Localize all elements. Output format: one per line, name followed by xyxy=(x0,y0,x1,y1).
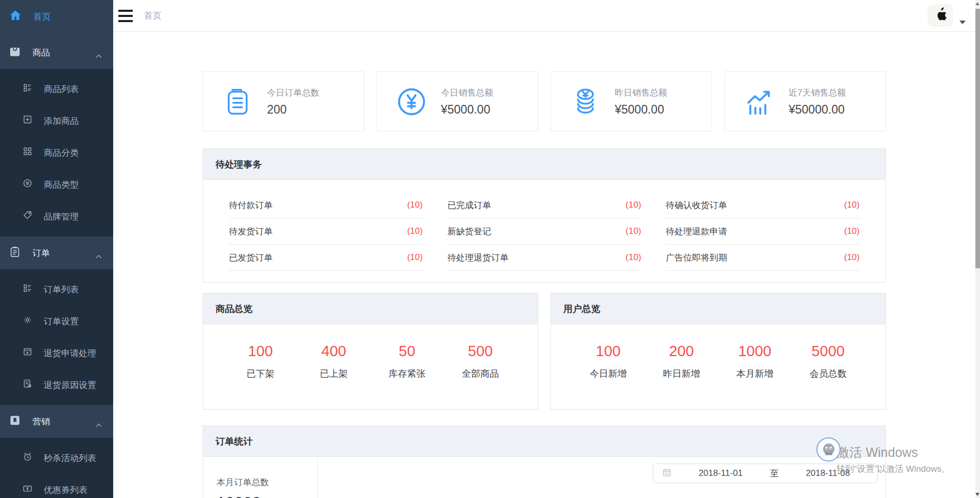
caret-down-icon[interactable] xyxy=(959,21,966,24)
todo-item-count: (10) xyxy=(407,252,422,263)
sidebar-item-brand-management[interactable]: 品牌管理 xyxy=(0,200,113,232)
overview-stat: 200 昨日新增 xyxy=(645,343,719,380)
coupon-icon xyxy=(23,484,32,496)
product-overview-stats: 100 已下架 400 已上架 50 库存紧张 500 全部商品 xyxy=(203,324,538,380)
metric-label: 本月订单总数 xyxy=(217,476,317,488)
overview-row: 商品总览 100 已下架 400 已上架 50 库存紧张 500 全部商品 xyxy=(203,293,886,410)
sidebar-item-label: 退货申请处理 xyxy=(44,347,96,359)
todo-item-unpaid-orders[interactable]: 待付款订单 (10) xyxy=(229,192,423,218)
scrollbar-thumb[interactable] xyxy=(975,9,980,268)
stat-cards-row: 今日订单总数 200 今日销售总额 ¥5000.00 昨日销售总额 ¥5000.… xyxy=(203,71,886,132)
sidebar-item-product-category[interactable]: 商品分类 xyxy=(0,137,113,169)
shopping-bag-icon xyxy=(9,46,21,60)
overview-stat-label: 库存紧张 xyxy=(370,367,444,380)
date-end: 2018-11-08 xyxy=(779,468,878,478)
overview-stat-label: 已下架 xyxy=(224,367,297,380)
sidebar-item-home[interactable]: 首页 xyxy=(0,0,113,33)
overview-stat-value: 5000 xyxy=(792,343,865,360)
sidebar-item-product-type[interactable]: 商品类型 xyxy=(0,169,113,200)
hamburger-menu-icon[interactable] xyxy=(118,10,133,22)
vertical-scrollbar[interactable] xyxy=(975,0,980,498)
yen-circle-icon xyxy=(396,86,427,118)
todo-item-count: (10) xyxy=(626,226,641,236)
main-content: 今日订单总数 200 今日销售总额 ¥5000.00 昨日销售总额 ¥5000.… xyxy=(203,32,886,498)
overview-stat-value: 100 xyxy=(224,343,297,360)
overview-stat-label: 会员总数 xyxy=(792,367,865,380)
todo-item-label: 已完成订单 xyxy=(448,199,491,211)
stat-card-value: 200 xyxy=(267,103,319,117)
sidebar-section-orders[interactable]: 订单 xyxy=(0,236,113,269)
stat-card-label: 近7天销售总额 xyxy=(789,87,846,99)
circle-list-icon xyxy=(23,178,32,191)
clipboard-icon xyxy=(9,246,21,260)
todo-item-label: 待发货订单 xyxy=(229,226,273,237)
tag-icon xyxy=(23,210,32,223)
todo-item-count: (10) xyxy=(844,252,860,263)
todo-item-to-ship-orders[interactable]: 待发货订单 (10) xyxy=(229,218,423,245)
sidebar-item-label: 品牌管理 xyxy=(44,211,79,223)
todo-item-completed-orders[interactable]: 已完成订单 (10) xyxy=(448,192,642,218)
order-stats-title: 订单统计 xyxy=(203,426,885,457)
todo-item-label: 新缺货登记 xyxy=(448,226,491,237)
todo-item-pending-refund-requests[interactable]: 待处理退款申请 (10) xyxy=(666,218,860,245)
product-overview-panel: 商品总览 100 已下架 400 已上架 50 库存紧张 500 全部商品 xyxy=(203,293,538,410)
sidebar-item-add-product[interactable]: 添加商品 xyxy=(0,105,113,137)
overview-stat: 1000 本月新增 xyxy=(718,343,792,380)
sidebar-item-label: 订单设置 xyxy=(44,316,79,327)
sidebar-item-label: 商品列表 xyxy=(44,83,79,95)
sidebar-item-coupon-list[interactable]: 优惠券列表 xyxy=(0,474,113,498)
sidebar-item-label: 商品分类 xyxy=(44,147,79,159)
stat-card-label: 今日销售总额 xyxy=(441,87,493,99)
chevron-up-icon xyxy=(96,251,102,261)
overview-stat: 5000 会员总数 xyxy=(792,343,865,380)
overview-stat: 100 已下架 xyxy=(224,343,297,380)
overview-stat-label: 全部商品 xyxy=(444,367,518,380)
date-range-picker[interactable]: 2018-11-01 至 2018-11-08 xyxy=(653,464,878,483)
assistant-robot-icon[interactable] xyxy=(816,437,841,462)
sidebar-item-return-requests[interactable]: 退货申请处理 xyxy=(0,337,113,369)
avatar[interactable] xyxy=(928,4,953,27)
sidebar-item-label: 添加商品 xyxy=(44,115,79,127)
order-stats-chart-area: 2018-11-01 至 2018-11-08 xyxy=(318,457,885,498)
sidebar-section-products[interactable]: 商品 xyxy=(0,36,113,69)
user-overview-title: 用户总览 xyxy=(551,293,885,324)
stat-card-week-sales: 近7天销售总额 ¥50000.00 xyxy=(724,71,886,132)
breadcrumb[interactable]: 首页 xyxy=(144,0,162,31)
trend-chart-icon xyxy=(743,86,775,118)
overview-stat-value: 500 xyxy=(444,343,518,360)
todo-item-label: 待处理退货订单 xyxy=(448,252,509,264)
sidebar-item-order-settings[interactable]: 订单设置 xyxy=(0,305,113,337)
alarm-clock-icon xyxy=(23,452,32,464)
sidebar-item-label: 订单列表 xyxy=(44,284,79,296)
date-separator: 至 xyxy=(770,468,779,479)
sidebar-item-flash-sale-list[interactable]: 秒杀活动列表 xyxy=(0,442,113,474)
gear-icon xyxy=(23,315,32,327)
todo-item-count: (10) xyxy=(844,200,860,210)
overview-stat-label: 昨日新增 xyxy=(645,367,719,380)
todo-item-expiring-ads[interactable]: 广告位即将到期 (10) xyxy=(666,245,860,271)
sidebar: 首页 商品 商品列表 添加商品 商品分类 xyxy=(0,0,113,498)
sidebar-item-product-list[interactable]: 商品列表 xyxy=(0,73,113,105)
scrollbar-up-arrow-icon[interactable] xyxy=(975,2,979,5)
todo-item-label: 待处理退款申请 xyxy=(666,226,727,237)
sidebar-item-label: 优惠券列表 xyxy=(44,484,87,496)
overview-stat: 500 全部商品 xyxy=(444,343,518,380)
home-icon xyxy=(9,9,22,24)
sidebar-section-marketing[interactable]: 营销 xyxy=(0,405,113,438)
sidebar-item-return-reason-settings[interactable]: 退货原因设置 xyxy=(0,369,113,401)
sidebar-item-label: 秒杀活动列表 xyxy=(44,452,96,464)
sidebar-section-label: 商品 xyxy=(32,47,50,59)
overview-stat-value: 200 xyxy=(645,343,719,360)
todo-item-pending-return-orders[interactable]: 待处理退货订单 (10) xyxy=(448,245,642,271)
scrollbar-down-arrow-icon[interactable] xyxy=(975,493,979,496)
todo-item-count: (10) xyxy=(407,226,422,236)
todo-item-new-stockout[interactable]: 新缺货登记 (10) xyxy=(448,218,642,245)
todo-item-count: (10) xyxy=(844,226,860,236)
list-icon xyxy=(23,83,32,95)
todo-item-shipped-orders[interactable]: 已发货订单 (10) xyxy=(229,245,423,271)
stat-card-yesterday-sales: 昨日销售总额 ¥5000.00 xyxy=(550,71,712,132)
submenu-products: 商品列表 添加商品 商品分类 商品类型 品牌管理 xyxy=(0,69,113,236)
overview-stat-label: 今日新增 xyxy=(572,367,645,380)
sidebar-item-order-list[interactable]: 订单列表 xyxy=(0,273,113,305)
todo-item-confirm-receipt-orders[interactable]: 待确认收货订单 (10) xyxy=(666,192,860,218)
